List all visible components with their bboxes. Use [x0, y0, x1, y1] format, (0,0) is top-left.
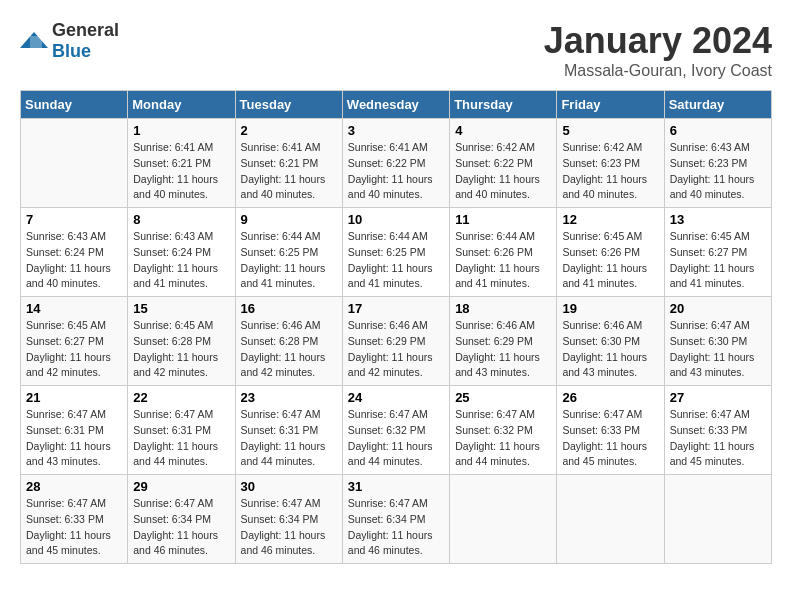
sunrise-text: Sunrise: 6:47 AM	[133, 496, 229, 512]
daylight-text-2: and 41 minutes.	[562, 276, 658, 292]
sunset-text: Sunset: 6:22 PM	[348, 156, 444, 172]
sunset-text: Sunset: 6:32 PM	[455, 423, 551, 439]
daylight-text-2: and 40 minutes.	[133, 187, 229, 203]
calendar-cell: 5Sunrise: 6:42 AMSunset: 6:23 PMDaylight…	[557, 119, 664, 208]
day-info: Sunrise: 6:45 AMSunset: 6:27 PMDaylight:…	[26, 318, 122, 381]
daylight-text-2: and 44 minutes.	[455, 454, 551, 470]
calendar-cell	[557, 475, 664, 564]
daylight-text-1: Daylight: 11 hours	[241, 350, 337, 366]
sunrise-text: Sunrise: 6:47 AM	[670, 318, 766, 334]
sunset-text: Sunset: 6:26 PM	[455, 245, 551, 261]
sunrise-text: Sunrise: 6:47 AM	[133, 407, 229, 423]
day-number: 28	[26, 479, 122, 494]
sunrise-text: Sunrise: 6:41 AM	[348, 140, 444, 156]
day-number: 21	[26, 390, 122, 405]
calendar-cell: 2Sunrise: 6:41 AMSunset: 6:21 PMDaylight…	[235, 119, 342, 208]
calendar-cell: 12Sunrise: 6:45 AMSunset: 6:26 PMDayligh…	[557, 208, 664, 297]
daylight-text-1: Daylight: 11 hours	[348, 261, 444, 277]
daylight-text-2: and 40 minutes.	[670, 187, 766, 203]
calendar-cell: 29Sunrise: 6:47 AMSunset: 6:34 PMDayligh…	[128, 475, 235, 564]
daylight-text-2: and 41 minutes.	[241, 276, 337, 292]
calendar-cell	[450, 475, 557, 564]
day-info: Sunrise: 6:47 AMSunset: 6:31 PMDaylight:…	[133, 407, 229, 470]
day-number: 27	[670, 390, 766, 405]
sunrise-text: Sunrise: 6:41 AM	[133, 140, 229, 156]
day-info: Sunrise: 6:47 AMSunset: 6:31 PMDaylight:…	[241, 407, 337, 470]
sunrise-text: Sunrise: 6:45 AM	[26, 318, 122, 334]
daylight-text-2: and 46 minutes.	[348, 543, 444, 559]
sunrise-text: Sunrise: 6:44 AM	[241, 229, 337, 245]
calendar-cell: 7Sunrise: 6:43 AMSunset: 6:24 PMDaylight…	[21, 208, 128, 297]
daylight-text-2: and 40 minutes.	[241, 187, 337, 203]
calendar-cell	[21, 119, 128, 208]
calendar-cell: 31Sunrise: 6:47 AMSunset: 6:34 PMDayligh…	[342, 475, 449, 564]
month-title: January 2024	[544, 20, 772, 62]
daylight-text-1: Daylight: 11 hours	[348, 528, 444, 544]
sunrise-text: Sunrise: 6:45 AM	[133, 318, 229, 334]
day-number: 11	[455, 212, 551, 227]
day-number: 29	[133, 479, 229, 494]
day-number: 6	[670, 123, 766, 138]
day-info: Sunrise: 6:43 AMSunset: 6:24 PMDaylight:…	[26, 229, 122, 292]
svg-marker-1	[30, 36, 42, 48]
daylight-text-2: and 42 minutes.	[26, 365, 122, 381]
daylight-text-2: and 43 minutes.	[670, 365, 766, 381]
logo: General Blue	[20, 20, 119, 62]
daylight-text-2: and 44 minutes.	[348, 454, 444, 470]
header-monday: Monday	[128, 91, 235, 119]
daylight-text-1: Daylight: 11 hours	[455, 350, 551, 366]
day-number: 26	[562, 390, 658, 405]
day-number: 1	[133, 123, 229, 138]
day-info: Sunrise: 6:47 AMSunset: 6:32 PMDaylight:…	[455, 407, 551, 470]
calendar-cell: 20Sunrise: 6:47 AMSunset: 6:30 PMDayligh…	[664, 297, 771, 386]
header-sunday: Sunday	[21, 91, 128, 119]
day-info: Sunrise: 6:47 AMSunset: 6:30 PMDaylight:…	[670, 318, 766, 381]
daylight-text-1: Daylight: 11 hours	[455, 261, 551, 277]
day-info: Sunrise: 6:45 AMSunset: 6:27 PMDaylight:…	[670, 229, 766, 292]
daylight-text-1: Daylight: 11 hours	[562, 172, 658, 188]
logo-text: General Blue	[52, 20, 119, 62]
calendar-cell: 25Sunrise: 6:47 AMSunset: 6:32 PMDayligh…	[450, 386, 557, 475]
calendar-cell: 8Sunrise: 6:43 AMSunset: 6:24 PMDaylight…	[128, 208, 235, 297]
sunset-text: Sunset: 6:22 PM	[455, 156, 551, 172]
day-number: 24	[348, 390, 444, 405]
day-number: 2	[241, 123, 337, 138]
calendar-week-5: 28Sunrise: 6:47 AMSunset: 6:33 PMDayligh…	[21, 475, 772, 564]
day-info: Sunrise: 6:47 AMSunset: 6:32 PMDaylight:…	[348, 407, 444, 470]
day-number: 9	[241, 212, 337, 227]
header-tuesday: Tuesday	[235, 91, 342, 119]
sunrise-text: Sunrise: 6:41 AM	[241, 140, 337, 156]
day-number: 31	[348, 479, 444, 494]
day-number: 17	[348, 301, 444, 316]
calendar-cell: 21Sunrise: 6:47 AMSunset: 6:31 PMDayligh…	[21, 386, 128, 475]
sunrise-text: Sunrise: 6:47 AM	[455, 407, 551, 423]
daylight-text-2: and 45 minutes.	[562, 454, 658, 470]
day-info: Sunrise: 6:47 AMSunset: 6:33 PMDaylight:…	[562, 407, 658, 470]
calendar-cell: 30Sunrise: 6:47 AMSunset: 6:34 PMDayligh…	[235, 475, 342, 564]
header-saturday: Saturday	[664, 91, 771, 119]
day-info: Sunrise: 6:41 AMSunset: 6:22 PMDaylight:…	[348, 140, 444, 203]
daylight-text-2: and 46 minutes.	[133, 543, 229, 559]
sunset-text: Sunset: 6:31 PM	[133, 423, 229, 439]
day-info: Sunrise: 6:45 AMSunset: 6:28 PMDaylight:…	[133, 318, 229, 381]
day-info: Sunrise: 6:41 AMSunset: 6:21 PMDaylight:…	[241, 140, 337, 203]
day-number: 23	[241, 390, 337, 405]
daylight-text-1: Daylight: 11 hours	[133, 350, 229, 366]
location-title: Massala-Gouran, Ivory Coast	[544, 62, 772, 80]
day-info: Sunrise: 6:42 AMSunset: 6:23 PMDaylight:…	[562, 140, 658, 203]
sunset-text: Sunset: 6:24 PM	[133, 245, 229, 261]
sunrise-text: Sunrise: 6:47 AM	[241, 407, 337, 423]
calendar-cell: 18Sunrise: 6:46 AMSunset: 6:29 PMDayligh…	[450, 297, 557, 386]
daylight-text-1: Daylight: 11 hours	[348, 350, 444, 366]
day-number: 8	[133, 212, 229, 227]
day-number: 19	[562, 301, 658, 316]
calendar-week-3: 14Sunrise: 6:45 AMSunset: 6:27 PMDayligh…	[21, 297, 772, 386]
calendar-week-1: 1Sunrise: 6:41 AMSunset: 6:21 PMDaylight…	[21, 119, 772, 208]
sunrise-text: Sunrise: 6:45 AM	[562, 229, 658, 245]
sunrise-text: Sunrise: 6:47 AM	[241, 496, 337, 512]
sunset-text: Sunset: 6:34 PM	[348, 512, 444, 528]
day-number: 13	[670, 212, 766, 227]
daylight-text-1: Daylight: 11 hours	[26, 528, 122, 544]
calendar-cell: 28Sunrise: 6:47 AMSunset: 6:33 PMDayligh…	[21, 475, 128, 564]
day-info: Sunrise: 6:47 AMSunset: 6:33 PMDaylight:…	[26, 496, 122, 559]
